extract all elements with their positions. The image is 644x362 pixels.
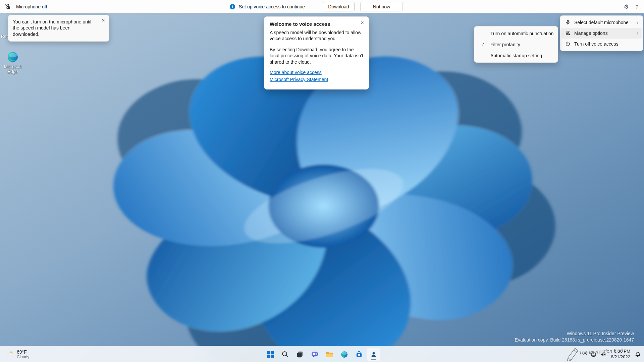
task-view-icon: [296, 351, 304, 358]
microphone-icon: [565, 20, 571, 25]
task-view-button[interactable]: [293, 348, 307, 361]
mic-tooltip-text: You can't turn on the microphone until t…: [13, 19, 91, 37]
microphone-muted-icon[interactable]: [3, 2, 13, 11]
submenu-item-automatic-startup[interactable]: Automatic startup setting: [476, 50, 556, 61]
file-explorer-button[interactable]: [323, 348, 336, 361]
chat-icon: [311, 351, 319, 358]
taskbar-center-icons: [263, 346, 381, 362]
checkmark-icon: ✓: [476, 42, 490, 47]
edge-desktop-label: Microsoft Edge: [0, 64, 27, 74]
voice-access-app-button[interactable]: [367, 348, 380, 361]
info-icon: i: [230, 4, 235, 9]
submenu-item-automatic-punctuation[interactable]: Turn on automatic punctuation: [476, 28, 556, 39]
microsoft-store-button[interactable]: [352, 348, 366, 361]
not-now-button[interactable]: Not now: [360, 2, 403, 11]
submenu-item-filter-profanity[interactable]: ✓ Filter profanity: [476, 39, 556, 50]
voice-access-person-icon: [370, 350, 378, 358]
dialog-title: Welcome to voice access: [270, 21, 363, 27]
voice-access-bar: Microphone off i Set up voice access to …: [0, 0, 644, 13]
menu-item-manage-options[interactable]: Manage options ›: [561, 28, 642, 39]
edge-button[interactable]: [337, 348, 351, 361]
sliders-icon: [565, 31, 571, 36]
submenu-chevron-icon: ›: [637, 30, 638, 36]
voice-access-help-icon[interactable]: ?: [633, 2, 641, 12]
more-about-voice-access-link[interactable]: More about voice access: [270, 70, 363, 75]
edge-desktop-icon: [7, 51, 19, 63]
menu-item-turn-off-voice-access[interactable]: Turn off voice access: [561, 39, 642, 49]
welcome-voice-access-dialog: Welcome to voice access × A speech model…: [264, 16, 369, 89]
mic-status-text: Microphone off: [16, 0, 47, 13]
desktop: Recycle Bin Microsoft Edge Windows 11 Pr…: [0, 0, 644, 362]
running-app-indicator: [371, 359, 376, 360]
search-icon: [281, 351, 289, 358]
menu-item-label: Turn off voice access: [574, 41, 619, 47]
mic-slash-icon: [4, 3, 11, 10]
tray-date: 8/21/2022: [611, 354, 630, 360]
weather-cloudy-icon: [5, 350, 14, 358]
dialog-paragraph-1: A speech model will be downloaded to all…: [270, 29, 363, 42]
download-button[interactable]: Download: [323, 2, 355, 11]
file-explorer-icon: [326, 351, 333, 358]
submenu-item-label: Filter profanity: [490, 42, 520, 47]
weather-temperature: 69°F: [17, 349, 29, 355]
taskbar: 69°F Cloudy: [0, 346, 644, 362]
submenu-chevron-icon: ›: [637, 19, 638, 25]
privacy-statement-link[interactable]: Microsoft Privacy Statement: [270, 77, 363, 82]
chat-button[interactable]: [308, 348, 321, 361]
menu-item-label: Select default microphone: [574, 20, 629, 25]
watermark-line2: Evaluation copy. Build 25188.rs_prerelea…: [515, 337, 634, 343]
bell-icon: [635, 352, 641, 357]
desktop-icon-microsoft-edge[interactable]: Microsoft Edge: [0, 51, 27, 74]
voice-access-settings-gear-icon[interactable]: ⚙: [621, 2, 631, 12]
notification-center-button[interactable]: [633, 348, 643, 361]
dialog-close-icon[interactable]: ×: [359, 19, 366, 27]
menu-item-select-default-microphone[interactable]: Select default microphone ›: [561, 17, 642, 28]
weather-condition: Cloudy: [17, 355, 29, 359]
pencil-sketch-icon: [564, 346, 580, 361]
tooltip-close-icon[interactable]: ×: [100, 17, 107, 24]
manage-options-submenu: Turn on automatic punctuation ✓ Filter p…: [474, 26, 558, 63]
submenu-item-label: Turn on automatic punctuation: [490, 31, 554, 36]
watermark-line1: Windows 11 Pro Insider Preview: [515, 330, 634, 337]
voice-access-settings-menu: Select default microphone › Manage optio…: [560, 15, 643, 51]
store-icon: [355, 351, 363, 358]
weather-widget[interactable]: 69°F Cloudy: [2, 346, 33, 362]
power-icon: [565, 41, 571, 47]
windows-logo-icon: [267, 351, 274, 358]
mic-disabled-tooltip: You can't turn on the microphone until t…: [8, 15, 109, 42]
search-button[interactable]: [278, 348, 292, 361]
submenu-item-label: Automatic startup setting: [490, 53, 542, 58]
menu-item-label: Manage options: [574, 31, 608, 36]
edge-icon: [340, 351, 348, 358]
start-button[interactable]: [264, 348, 277, 361]
evaluation-watermark: Windows 11 Pro Insider Preview Evaluatio…: [515, 330, 634, 343]
setup-message: Set up voice access to continue: [239, 0, 305, 13]
dialog-paragraph-2: By selecting Download, you agree to the …: [270, 47, 363, 65]
